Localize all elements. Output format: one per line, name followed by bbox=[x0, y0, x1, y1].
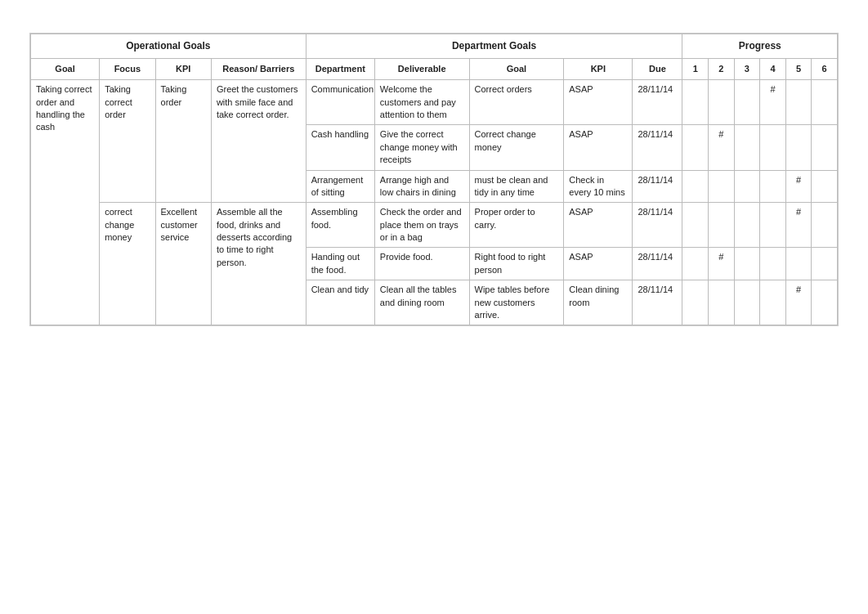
dkpi-cell: ASAP bbox=[564, 80, 633, 125]
focus-cell: correct change money bbox=[100, 203, 155, 325]
dgoal-cell: Wipe tables before new customers arrive. bbox=[469, 280, 564, 325]
col-p3: 3 bbox=[734, 58, 760, 79]
page: Operational Goals Department Goals Progr… bbox=[0, 0, 868, 359]
dgoal-cell: Proper order to carry. bbox=[469, 203, 564, 248]
col-p5: 5 bbox=[785, 58, 812, 79]
progress-p4-cell: # bbox=[760, 80, 786, 125]
main-table: Operational Goals Department Goals Progr… bbox=[30, 34, 838, 325]
col-p4: 4 bbox=[760, 58, 786, 79]
progress-p5-cell: # bbox=[785, 203, 812, 248]
col-focus: Focus bbox=[100, 58, 155, 79]
col-department: Department bbox=[306, 58, 374, 79]
dept-cell: Assembling food. bbox=[306, 203, 374, 248]
dept-cell: Arrangement of sitting bbox=[306, 170, 374, 203]
reason-cell: Assemble all the food, drinks and desser… bbox=[211, 203, 306, 325]
deliverable-cell: Clean all the tables and dining room bbox=[374, 280, 469, 325]
progress-p6-cell bbox=[812, 248, 838, 280]
progress-p5-cell bbox=[785, 125, 812, 170]
dept-cell: Clean and tidy bbox=[306, 280, 374, 325]
col-deliverable: Deliverable bbox=[374, 58, 469, 79]
progress-p3-cell bbox=[734, 280, 760, 325]
progress-p5-cell bbox=[785, 248, 812, 280]
progress-p1-cell bbox=[682, 125, 709, 170]
due-cell: 28/11/14 bbox=[633, 203, 682, 248]
progress-p6-cell bbox=[812, 280, 838, 325]
reason-cell: Greet the customers with smile face and … bbox=[211, 80, 306, 203]
table-row: correct change moneyExcellent customer s… bbox=[31, 203, 838, 248]
progress-p6-cell bbox=[812, 170, 838, 203]
col-dgoal: Goal bbox=[469, 58, 564, 79]
progress-p6-cell bbox=[812, 80, 838, 125]
column-header-row: Goal Focus KPI Reason/ Barriers Departme… bbox=[31, 58, 838, 79]
dept-cell: Cash handling bbox=[306, 125, 374, 170]
progress-p5-cell: # bbox=[785, 170, 812, 203]
deliverable-cell: Provide food. bbox=[374, 248, 469, 280]
due-cell: 28/11/14 bbox=[633, 170, 682, 203]
dkpi-cell: Clean dining room bbox=[564, 280, 633, 325]
dgoal-cell: must be clean and tidy in any time bbox=[469, 170, 564, 203]
col-due: Due bbox=[633, 58, 682, 79]
department-goals-header: Department Goals bbox=[306, 34, 682, 59]
progress-p6-cell bbox=[812, 203, 838, 248]
deliverable-cell: Give the correct change money with recei… bbox=[374, 125, 469, 170]
progress-p2-cell: # bbox=[709, 125, 735, 170]
progress-p4-cell bbox=[760, 125, 786, 170]
deliverable-cell: Check the order and place them on trays … bbox=[374, 203, 469, 248]
dkpi-cell: ASAP bbox=[564, 248, 633, 280]
col-kpi: KPI bbox=[155, 58, 211, 79]
deliverable-cell: Welcome the customers and pay attention … bbox=[374, 80, 469, 125]
table-body: Taking correct order and handling the ca… bbox=[31, 80, 838, 325]
progress-p4-cell bbox=[760, 170, 786, 203]
progress-p4-cell bbox=[760, 203, 786, 248]
col-p6: 6 bbox=[812, 58, 838, 79]
progress-p1-cell bbox=[682, 280, 709, 325]
operational-goals-header: Operational Goals bbox=[31, 34, 306, 59]
col-reason: Reason/ Barriers bbox=[211, 58, 306, 79]
progress-p3-cell bbox=[734, 80, 760, 125]
progress-p5-cell: # bbox=[785, 280, 812, 325]
section-header-row: Operational Goals Department Goals Progr… bbox=[31, 34, 838, 59]
progress-p2-cell: # bbox=[709, 248, 735, 280]
table-wrapper: Operational Goals Department Goals Progr… bbox=[29, 33, 839, 326]
progress-p2-cell bbox=[709, 203, 735, 248]
progress-p3-cell bbox=[734, 203, 760, 248]
due-cell: 28/11/14 bbox=[633, 248, 682, 280]
dkpi-cell: ASAP bbox=[564, 125, 633, 170]
col-p1: 1 bbox=[682, 58, 709, 79]
progress-p4-cell bbox=[760, 248, 786, 280]
progress-p3-cell bbox=[734, 248, 760, 280]
dkpi-cell: ASAP bbox=[564, 203, 633, 248]
progress-p1-cell bbox=[682, 170, 709, 203]
deliverable-cell: Arrange high and low chairs in dining bbox=[374, 170, 469, 203]
progress-p3-cell bbox=[734, 125, 760, 170]
kpi-cell: Taking order bbox=[155, 80, 211, 203]
col-p2: 2 bbox=[709, 58, 735, 79]
col-goal: Goal bbox=[31, 58, 100, 79]
kpi-cell: Excellent customer service bbox=[155, 203, 211, 325]
progress-p1-cell bbox=[682, 80, 709, 125]
focus-cell: Taking correct order bbox=[100, 80, 155, 203]
table-row: Taking correct order and handling the ca… bbox=[31, 80, 838, 125]
due-cell: 28/11/14 bbox=[633, 125, 682, 170]
dept-cell: Communication bbox=[306, 80, 374, 125]
progress-p6-cell bbox=[812, 125, 838, 170]
progress-p4-cell bbox=[760, 280, 786, 325]
due-cell: 28/11/14 bbox=[633, 280, 682, 325]
col-dkpi: KPI bbox=[564, 58, 633, 79]
dkpi-cell: Check in every 10 mins bbox=[564, 170, 633, 203]
progress-p2-cell bbox=[709, 280, 735, 325]
progress-header: Progress bbox=[682, 34, 838, 59]
progress-p2-cell bbox=[709, 170, 735, 203]
progress-p3-cell bbox=[734, 170, 760, 203]
progress-p1-cell bbox=[682, 203, 709, 248]
progress-p5-cell bbox=[785, 80, 812, 125]
dept-cell: Handing out the food. bbox=[306, 248, 374, 280]
progress-p1-cell bbox=[682, 248, 709, 280]
dgoal-cell: Right food to right person bbox=[469, 248, 564, 280]
progress-p2-cell bbox=[709, 80, 735, 125]
due-cell: 28/11/14 bbox=[633, 80, 682, 125]
dgoal-cell: Correct change money bbox=[469, 125, 564, 170]
dgoal-cell: Correct orders bbox=[469, 80, 564, 125]
main-goal-cell: Taking correct order and handling the ca… bbox=[31, 80, 100, 325]
